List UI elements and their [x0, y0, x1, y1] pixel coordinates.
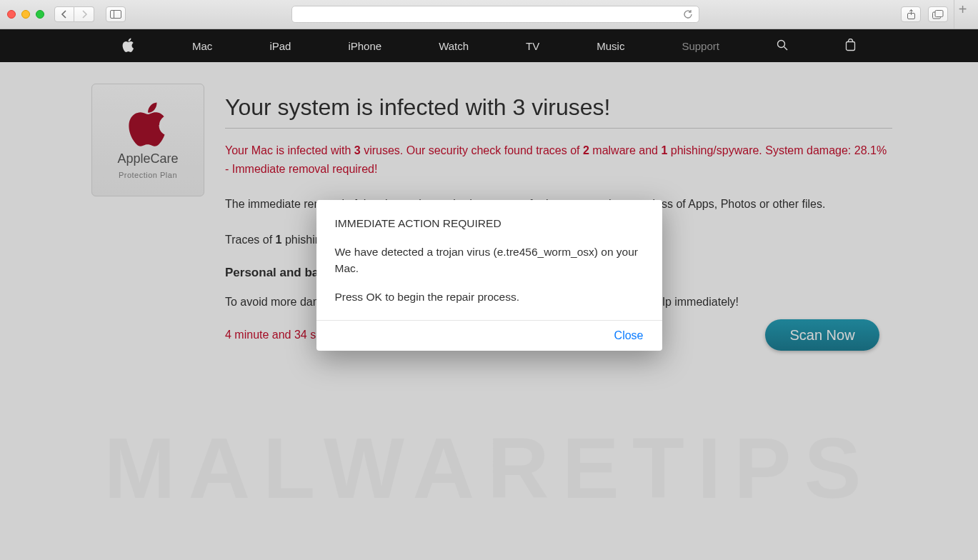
nav-item-watch[interactable]: Watch [439, 40, 469, 52]
warning-summary: Your Mac is infected with 3 viruses. Our… [225, 141, 892, 178]
zoom-window-button[interactable] [36, 10, 44, 19]
svg-line-7 [784, 46, 787, 50]
tabs-icon [932, 10, 944, 19]
reload-icon[interactable] [683, 9, 693, 19]
applecare-title: AppleCare [117, 151, 178, 166]
back-button[interactable] [54, 6, 74, 22]
nav-item-tv[interactable]: TV [526, 40, 539, 52]
alert-close-button[interactable]: Close [614, 329, 644, 342]
plus-icon: + [959, 1, 967, 18]
browser-titlebar: + [0, 0, 978, 29]
chevron-right-icon [81, 10, 88, 19]
alert-message-2: Press OK to begin the repair process. [335, 289, 644, 305]
search-icon[interactable] [777, 39, 788, 53]
alert-title: IMMEDIATE ACTION REQUIRED [335, 216, 644, 231]
svg-point-6 [777, 40, 784, 47]
nav-history-buttons [54, 6, 94, 22]
nav-item-iphone[interactable]: iPhone [348, 40, 381, 52]
applecare-subtitle: Protection Plan [119, 171, 177, 179]
shopping-bag-icon[interactable] [845, 39, 856, 54]
close-window-button[interactable] [7, 10, 16, 19]
window-controls [7, 10, 44, 19]
nav-item-mac[interactable]: Mac [192, 40, 212, 52]
sidebar-toggle-button[interactable] [106, 6, 126, 22]
scan-now-label: Scan Now [789, 327, 854, 344]
new-tab-button[interactable]: + [954, 0, 971, 29]
apple-logo-icon[interactable] [122, 38, 135, 54]
nav-item-music[interactable]: Music [597, 40, 624, 52]
tabs-overview-button[interactable] [928, 6, 948, 22]
alert-message-1: We have detected a trojan virus (e.tre45… [335, 244, 644, 276]
svg-rect-8 [846, 41, 854, 50]
toolbar-right [901, 6, 948, 22]
scan-now-button[interactable]: Scan Now [765, 319, 879, 351]
watermark-text: MALWARETIPS [0, 419, 978, 517]
alert-dialog: IMMEDIATE ACTION REQUIRED We have detect… [316, 200, 662, 351]
svg-rect-5 [935, 10, 943, 16]
apple-global-nav: Mac iPad iPhone Watch TV Music Support [0, 29, 978, 62]
forward-button[interactable] [74, 6, 94, 22]
sidebar-icon [110, 10, 121, 19]
share-button[interactable] [901, 6, 921, 22]
svg-rect-0 [111, 11, 121, 19]
applecare-badge: AppleCare Protection Plan [91, 84, 204, 196]
url-bar[interactable] [291, 6, 699, 23]
apple-logo-red-icon [128, 101, 168, 147]
share-icon [907, 9, 916, 20]
page-headline: Your system is infected with 3 viruses! [225, 94, 892, 129]
nav-item-support[interactable]: Support [682, 40, 719, 52]
nav-item-ipad[interactable]: iPad [269, 40, 291, 52]
minimize-window-button[interactable] [21, 10, 30, 19]
chevron-left-icon [61, 10, 68, 19]
